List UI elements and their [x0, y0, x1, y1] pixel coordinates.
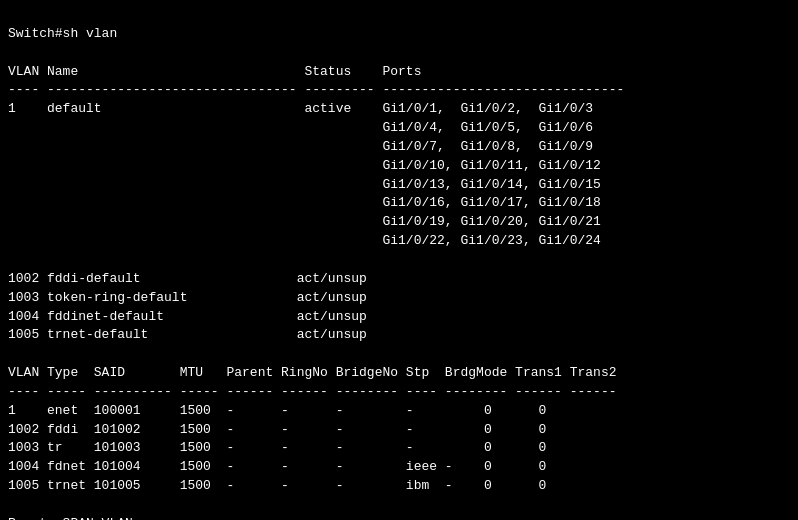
cmd1-line: Switch#sh vlan [8, 26, 117, 41]
divider1-line: ---- -------------------------------- --… [8, 82, 624, 97]
vlan1005-line: 1005 trnet-default act/unsup [8, 327, 367, 342]
vlan1f-line: Gi1/0/16, Gi1/0/17, Gi1/0/18 [8, 195, 601, 210]
vlan1g-line: Gi1/0/19, Gi1/0/20, Gi1/0/21 [8, 214, 601, 229]
header2-line: VLAN Type SAID MTU Parent RingNo BridgeN… [8, 365, 617, 380]
vlan1h-line: Gi1/0/22, Gi1/0/23, Gi1/0/24 [8, 233, 601, 248]
vlan1003-line: 1003 token-ring-default act/unsup [8, 290, 367, 305]
row1003-line: 1003 tr 101003 1500 - - - - 0 0 [8, 440, 546, 455]
row1004-line: 1004 fdnet 101004 1500 - - - ieee - 0 0 [8, 459, 546, 474]
vlan1a-line: 1 default active Gi1/0/1, Gi1/0/2, Gi1/0… [8, 101, 593, 116]
row1005-line: 1005 trnet 101005 1500 - - - ibm - 0 0 [8, 478, 546, 493]
vlan1e-line: Gi1/0/13, Gi1/0/14, Gi1/0/15 [8, 177, 601, 192]
divider2-line: ---- ----- ---------- ----- ------ -----… [8, 384, 617, 399]
vlan1004-line: 1004 fddinet-default act/unsup [8, 309, 367, 324]
header1-line: VLAN Name Status Ports [8, 64, 421, 79]
rspan-line: Remote SPAN VLANs [8, 516, 141, 520]
vlan1d-line: Gi1/0/10, Gi1/0/11, Gi1/0/12 [8, 158, 601, 173]
terminal-output: Switch#sh vlan VLAN Name Status Ports --… [8, 6, 790, 520]
row1-line: 1 enet 100001 1500 - - - - 0 0 [8, 403, 546, 418]
vlan1b-line: Gi1/0/4, Gi1/0/5, Gi1/0/6 [8, 120, 593, 135]
vlan1c-line: Gi1/0/7, Gi1/0/8, Gi1/0/9 [8, 139, 593, 154]
row1002-line: 1002 fddi 101002 1500 - - - - 0 0 [8, 422, 546, 437]
vlan1002-line: 1002 fddi-default act/unsup [8, 271, 367, 286]
